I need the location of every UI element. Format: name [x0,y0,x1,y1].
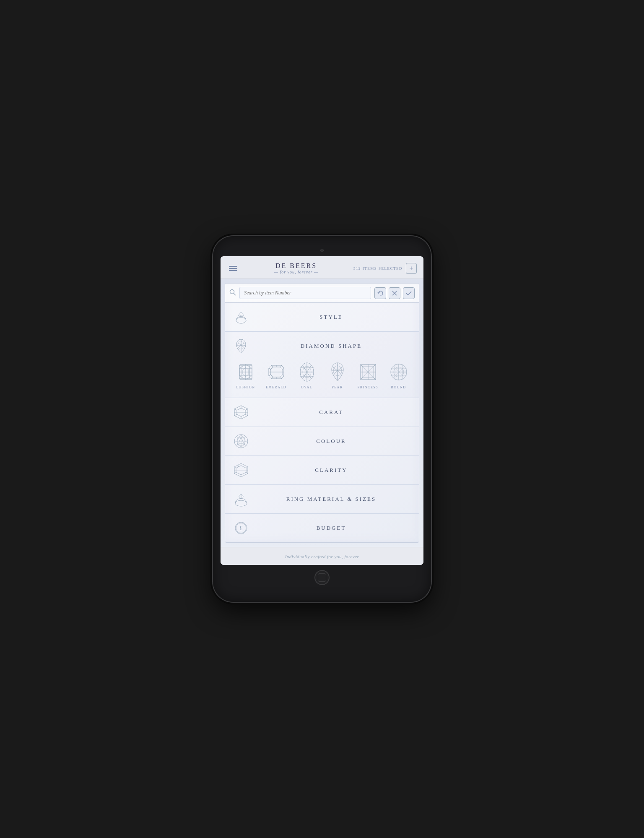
svg-line-30 [271,377,273,379]
svg-line-54 [361,377,363,380]
shapes-grid: Cushion [229,359,415,393]
colour-icon [232,432,250,450]
svg-line-72 [245,409,248,410]
filter-row-clarity[interactable]: Clarity [225,456,419,485]
budget-label: Budget [250,525,412,531]
svg-point-0 [230,289,234,294]
shape-round[interactable]: Round [388,361,410,389]
app-header: De Beers — for you, forever — 512 Items … [221,256,423,279]
svg-line-73 [245,414,248,416]
oval-icon [296,361,318,383]
confirm-button[interactable] [403,287,415,299]
main-content: Style [221,279,423,547]
ring-material-label: Ring Material & Sizes [250,496,412,502]
filter-panel: Style [225,283,419,543]
diamond-shape-header[interactable]: Diamond Shape [229,337,415,359]
filter-row-colour[interactable]: Colour [225,427,419,456]
header-right: 512 Items Selected + [353,263,417,274]
svg-line-28 [282,375,284,376]
logo-title: De Beers [239,262,353,270]
svg-line-74 [234,414,237,416]
search-bar [225,284,419,303]
cushion-label: Cushion [236,385,255,389]
logo-area: De Beers — for you, forever — [239,262,353,274]
footer-tagline: Individually crafted for you, forever [285,554,359,559]
search-input[interactable] [239,287,371,299]
svg-point-96 [235,500,247,506]
emerald-icon [265,361,287,383]
tablet-screen: De Beers — for you, forever — 512 Items … [221,256,423,565]
princess-icon [357,361,379,383]
diamond-shape-label: Diamond Shape [250,343,412,349]
budget-icon: £ [232,519,250,537]
clear-button[interactable] [389,287,400,299]
svg-line-31 [269,375,270,376]
svg-line-92 [246,472,248,474]
items-selected-count: 512 Items Selected [353,266,402,271]
tablet-camera [320,249,324,252]
menu-button[interactable] [227,264,239,273]
svg-line-53 [374,377,376,380]
shape-pear[interactable]: Pear [327,361,348,389]
search-icon [229,289,236,297]
svg-marker-5 [239,312,243,316]
clarity-icon [232,461,250,479]
svg-line-71 [234,409,237,410]
round-icon [388,361,410,383]
filter-row-style[interactable]: Style [225,303,419,332]
svg-line-29 [280,377,281,379]
home-button-inner [318,573,326,582]
princess-label: Princess [358,385,378,389]
diamond-shape-icon [232,337,250,355]
ring-material-icon [232,490,250,508]
app-footer: Individually crafted for you, forever [221,547,423,565]
style-icon [232,308,250,326]
pear-icon [327,361,348,383]
svg-line-27 [282,368,284,370]
svg-line-32 [269,368,270,370]
diamond-shape-section: Diamond Shape [225,332,419,398]
pear-label: Pear [332,385,343,389]
shape-oval[interactable]: Oval [296,361,318,389]
cushion-icon [235,361,257,383]
oval-label: Oval [301,385,312,389]
shape-cushion[interactable]: Cushion [235,361,257,389]
shape-emerald[interactable]: Emerald [265,361,287,389]
add-button[interactable]: + [406,263,417,274]
shape-princess[interactable]: Princess [357,361,379,389]
style-label: Style [250,314,412,320]
svg-line-93 [234,472,236,474]
svg-line-51 [361,364,363,367]
svg-line-7 [243,315,244,316]
svg-text:£: £ [240,525,243,531]
svg-line-6 [238,315,239,316]
round-label: Round [391,385,406,389]
svg-line-26 [280,365,281,367]
logo-subtitle: — for you, forever — [239,270,353,274]
svg-line-25 [271,365,273,367]
carat-icon [232,403,250,422]
filter-row-budget[interactable]: £ Budget [225,514,419,542]
filter-row-ring-material[interactable]: Ring Material & Sizes [225,485,419,514]
colour-label: Colour [250,438,412,445]
emerald-label: Emerald [266,385,286,389]
svg-line-90 [234,467,236,468]
clarity-label: Clarity [250,467,412,474]
filter-row-carat[interactable]: Carat [225,398,419,427]
svg-line-52 [374,364,376,367]
tablet-device: De Beers — for you, forever — 512 Items … [213,236,431,602]
search-actions [374,287,415,299]
undo-button[interactable] [374,287,386,299]
carat-label: Carat [250,409,412,416]
svg-point-4 [236,318,246,323]
home-button[interactable] [314,570,330,585]
svg-line-91 [246,467,248,468]
svg-line-1 [234,293,236,295]
